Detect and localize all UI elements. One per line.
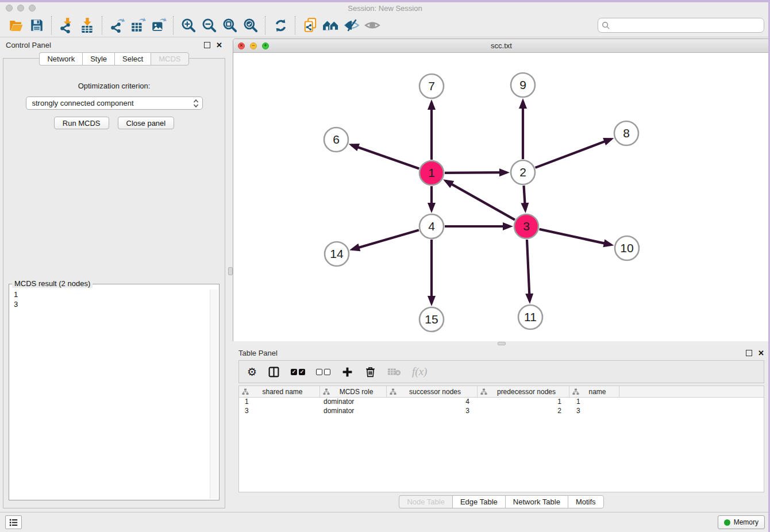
- fx-icon: f(x): [412, 365, 427, 378]
- column-header-predecessor-nodes[interactable]: predecessor nodes: [478, 386, 569, 397]
- status-bar: Memory: [0, 512, 770, 532]
- task-history-button[interactable]: [5, 515, 22, 529]
- horizontal-split-divider[interactable]: [233, 341, 770, 346]
- table-cell: 1: [569, 398, 619, 407]
- tab-edge-table[interactable]: Edge Table: [452, 495, 505, 508]
- edge-3-10[interactable]: [540, 229, 611, 245]
- delete-table-icon: [387, 367, 401, 377]
- node-1[interactable]: 1: [419, 161, 444, 185]
- export-network-button[interactable]: [107, 16, 128, 34]
- delete-table-button[interactable]: [387, 367, 401, 377]
- toolbar-separator: [295, 16, 296, 34]
- edge-2-3[interactable]: [524, 186, 526, 210]
- main-area: Control Panel ✕ NetworkStyleSelectMCDS O…: [0, 37, 770, 512]
- tab-network-table[interactable]: Network Table: [505, 495, 568, 508]
- node-9[interactable]: 9: [511, 73, 535, 97]
- node-4[interactable]: 4: [419, 214, 444, 238]
- column-header-shared-name[interactable]: shared name: [239, 386, 320, 397]
- column-header-successor-nodes[interactable]: successor nodes: [387, 386, 478, 397]
- close-panel-icon[interactable]: ✕: [758, 349, 764, 357]
- import-network-button[interactable]: [56, 16, 77, 34]
- show-all-button[interactable]: [362, 16, 383, 34]
- zoom-fit-button[interactable]: [220, 16, 240, 34]
- table-row[interactable]: 1dominator411: [239, 398, 764, 407]
- hierarchy-icon: [242, 388, 249, 395]
- export-network-icon: [109, 17, 125, 33]
- edge-4-14[interactable]: [352, 230, 419, 249]
- column-header-name[interactable]: name: [569, 386, 619, 397]
- edge-2-8[interactable]: [536, 139, 611, 168]
- select-all-button[interactable]: ✓ ✓: [291, 369, 305, 375]
- hierarchy-icon: [323, 388, 330, 395]
- tab-mcds[interactable]: MCDS: [151, 52, 188, 65]
- zoom-out-button[interactable]: [199, 16, 220, 34]
- node-7[interactable]: 7: [419, 74, 444, 98]
- node-14[interactable]: 14: [325, 242, 349, 266]
- split-view-button[interactable]: [268, 366, 280, 378]
- column-label: MCDS role: [331, 388, 386, 396]
- export-table-button[interactable]: [128, 16, 148, 34]
- apply-layout-button[interactable]: [270, 16, 291, 34]
- clone-network-button[interactable]: [300, 16, 321, 34]
- close-panel-icon[interactable]: ✕: [216, 41, 222, 49]
- eye-slash-icon: [344, 17, 360, 33]
- tab-node-table[interactable]: Node Table: [399, 495, 452, 508]
- toolbar-separator: [102, 16, 103, 34]
- open-session-button[interactable]: [6, 16, 26, 34]
- trash-icon: [364, 366, 376, 378]
- edge-1-6[interactable]: [351, 145, 419, 168]
- table-body: 1dominator4113dominator323: [239, 398, 764, 416]
- export-image-button[interactable]: [148, 16, 169, 34]
- criterion-select[interactable]: strongly connected component: [26, 97, 203, 110]
- result-scrollbar[interactable]: [210, 290, 218, 499]
- edge-3-11[interactable]: [527, 240, 530, 301]
- float-panel-icon[interactable]: [204, 42, 210, 48]
- mcds-result-title: MCDS result (2 nodes): [12, 279, 93, 288]
- refresh-icon: [273, 18, 288, 33]
- column-label: name: [580, 388, 619, 396]
- network-canvas[interactable]: 7968124314101511: [233, 53, 769, 341]
- node-10[interactable]: 10: [615, 236, 639, 260]
- save-session-button[interactable]: [26, 16, 47, 34]
- hierarchy-icon: [572, 388, 579, 395]
- node-label: 7: [428, 79, 435, 92]
- function-builder-button[interactable]: f(x): [412, 365, 427, 378]
- hide-selected-button[interactable]: [341, 16, 362, 34]
- tab-network[interactable]: Network: [39, 52, 82, 65]
- delete-column-button[interactable]: [364, 366, 376, 378]
- tab-style[interactable]: Style: [82, 52, 114, 65]
- node-11[interactable]: 11: [518, 305, 542, 329]
- mcds-result-list[interactable]: 13: [10, 290, 218, 499]
- app-title: Session: New Session: [0, 4, 770, 13]
- deselect-all-button[interactable]: [316, 369, 330, 375]
- node-2[interactable]: 2: [511, 160, 535, 184]
- memory-button[interactable]: Memory: [718, 515, 765, 529]
- float-panel-icon[interactable]: [746, 350, 752, 356]
- split-handle[interactable]: [498, 342, 506, 345]
- split-handle[interactable]: [228, 267, 233, 275]
- search-input[interactable]: [613, 21, 760, 30]
- run-mcds-button[interactable]: Run MCDS: [54, 117, 109, 129]
- edge-1-2[interactable]: [445, 172, 507, 173]
- zoom-in-button[interactable]: [178, 16, 199, 34]
- criterion-select-value: strongly connected component: [32, 99, 134, 107]
- add-column-button[interactable]: [341, 366, 353, 378]
- export-table-icon: [130, 17, 146, 33]
- close-panel-button[interactable]: Close panel: [118, 117, 175, 129]
- edge-3-1[interactable]: [445, 181, 515, 220]
- tab-select[interactable]: Select: [114, 52, 151, 65]
- node-8[interactable]: 8: [614, 121, 638, 145]
- vertical-split-divider[interactable]: [228, 37, 233, 512]
- column-header-mcds-role[interactable]: MCDS role: [320, 386, 387, 397]
- network-home-button[interactable]: [321, 16, 341, 34]
- table-settings-button[interactable]: ⚙: [247, 367, 257, 377]
- node-3[interactable]: 3: [514, 214, 538, 238]
- import-table-button[interactable]: [77, 16, 98, 34]
- table-row[interactable]: 3dominator323: [239, 407, 764, 416]
- node-15[interactable]: 15: [419, 307, 444, 331]
- zoom-selected-button[interactable]: [240, 16, 261, 34]
- tab-motifs[interactable]: Motifs: [568, 495, 604, 508]
- network-window-titlebar[interactable]: × − + scc.txt: [233, 39, 769, 53]
- unchecked-checkbox-icon: [324, 369, 330, 375]
- node-6[interactable]: 6: [324, 128, 348, 152]
